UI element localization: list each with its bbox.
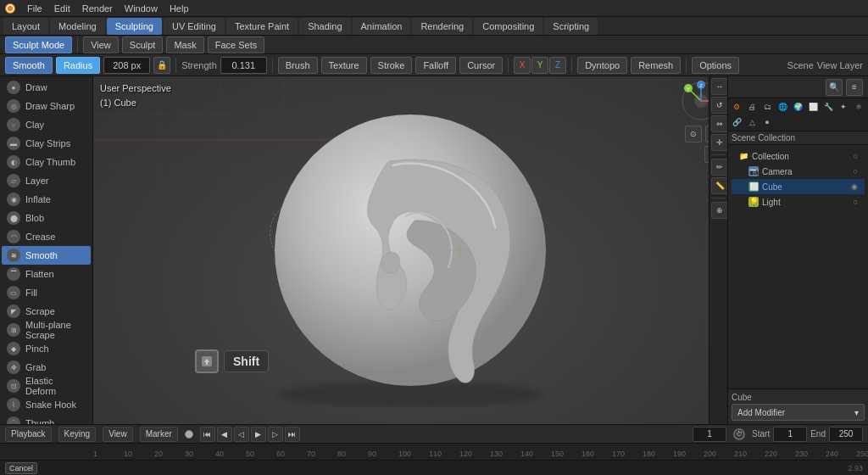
sculpt-btn[interactable]: Sculpt <box>122 36 164 53</box>
brush-item-flatten[interactable]: ▔Flatten <box>2 265 91 283</box>
jump-end-btn[interactable]: ⏭ <box>285 427 300 442</box>
face-sets-btn[interactable]: Face Sets <box>208 36 265 53</box>
brush-item-crease[interactable]: ◠Crease <box>2 227 91 246</box>
keying-btn[interactable]: Keying <box>58 427 97 442</box>
falloff-btn[interactable]: Falloff <box>415 57 456 74</box>
props-output-icon[interactable]: 🖨 <box>745 100 759 114</box>
scale-tool[interactable]: ⇔ <box>711 115 727 132</box>
brush-item-smooth[interactable]: ≋Smooth <box>2 246 91 265</box>
rotate-tool[interactable]: ↺ <box>711 97 727 114</box>
z-axis-btn[interactable]: Z <box>549 57 566 74</box>
menu-help[interactable]: Help <box>164 1 194 16</box>
visibility-toggle[interactable]: ○ <box>854 152 858 160</box>
brush-item-draw-sharp[interactable]: ◎Draw Sharp <box>2 97 91 115</box>
sculpt-mode-btn[interactable]: Sculpt Mode <box>5 36 72 53</box>
brush-item-scrape[interactable]: ◤Scrape <box>2 302 91 321</box>
props-particles-icon[interactable]: ✦ <box>837 100 850 114</box>
radius-lock-icon[interactable]: 🔒 <box>153 57 170 74</box>
remesh-btn[interactable]: Remesh <box>631 57 681 74</box>
tab-uv-editing[interactable]: UV Editing <box>164 18 225 35</box>
visibility-toggle[interactable]: ○ <box>854 198 858 206</box>
props-object-icon[interactable]: ⬜ <box>806 100 820 114</box>
end-frame[interactable]: 250 <box>829 427 863 442</box>
dyntopo-btn[interactable]: Dyntopo <box>577 57 627 74</box>
tab-scripting[interactable]: Scripting <box>544 18 598 35</box>
brush-item-clay[interactable]: ○Clay <box>2 115 91 134</box>
cursor-tool[interactable]: ⊕ <box>711 202 727 219</box>
prev-frame-btn[interactable]: ◀ <box>217 427 232 442</box>
tab-animation[interactable]: Animation <box>353 18 411 35</box>
props-data-icon[interactable]: △ <box>745 115 759 129</box>
tab-modeling[interactable]: Modeling <box>50 18 105 35</box>
visibility-toggle[interactable]: ○ <box>854 167 858 176</box>
brush-item-layer[interactable]: ▱Layer <box>2 171 91 190</box>
stroke-btn[interactable]: Stroke <box>370 57 413 74</box>
props-world-icon[interactable]: 🌍 <box>791 100 804 114</box>
view-btn[interactable]: View <box>103 427 133 442</box>
outliner-item-collection[interactable]: 📁Collection○ <box>732 148 865 164</box>
jump-start-btn[interactable]: ⏮ <box>200 427 215 442</box>
props-material-icon[interactable]: ● <box>760 115 774 129</box>
texture-btn[interactable]: Texture <box>321 57 367 74</box>
brush-btn[interactable]: Brush <box>278 57 318 74</box>
x-axis-btn[interactable]: X <box>514 57 531 74</box>
props-scene-icon[interactable]: 🌐 <box>776 100 789 114</box>
zoom-extents-btn[interactable]: ⊙ <box>685 126 702 142</box>
next-frame-btn[interactable]: ▷ <box>268 427 283 442</box>
brush-item-pinch[interactable]: ◆Pinch <box>2 339 91 358</box>
brush-item-elastic-deform[interactable]: ⊡Elastic Deform <box>2 377 91 395</box>
brush-item-clay-strips[interactable]: ▬Clay Strips <box>2 134 91 153</box>
add-modifier-btn[interactable]: Add Modifier ▾ <box>732 404 865 421</box>
brush-item-multi-plane-scrape[interactable]: ⊞Multi-plane Scrape <box>2 321 91 339</box>
brush-item-inflate[interactable]: ◉Inflate <box>2 190 91 209</box>
annotate-tool[interactable]: ✏ <box>711 159 727 176</box>
outliner-item-cube[interactable]: ⬜Cube◉ <box>732 179 865 194</box>
props-view-layer-icon[interactable]: 🗂 <box>760 100 774 114</box>
strength-input[interactable] <box>220 57 267 74</box>
measure-tool[interactable]: 📏 <box>711 177 727 194</box>
tab-sculpting[interactable]: Sculpting <box>107 18 162 35</box>
props-physics-icon[interactable]: ⚛ <box>852 100 865 114</box>
menu-file[interactable]: File <box>22 1 47 16</box>
play-btn[interactable]: ▶ <box>251 427 266 442</box>
current-frame[interactable]: 1 <box>693 427 726 442</box>
start-frame[interactable]: 1 <box>773 427 807 442</box>
viewport[interactable]: User Perspective (1) Cube X Y Z <box>93 76 727 424</box>
cancel-key[interactable]: Cancel <box>5 462 37 474</box>
tab-texture-paint[interactable]: Texture Paint <box>226 18 298 35</box>
options-btn[interactable]: Options <box>692 57 739 74</box>
view-btn[interactable]: View <box>83 36 119 53</box>
brush-item-fill[interactable]: ▭Fill <box>2 283 91 302</box>
y-axis-btn[interactable]: Y <box>531 57 548 74</box>
brush-item-clay-thumb[interactable]: ◐Clay Thumb <box>2 153 91 171</box>
outliner-item-camera[interactable]: 📷Camera○ <box>732 164 865 179</box>
mask-btn[interactable]: Mask <box>166 36 203 53</box>
visibility-toggle[interactable]: ◉ <box>851 182 858 191</box>
playback-btn[interactable]: Playback <box>5 427 52 442</box>
outliner-item-light[interactable]: 💡Light○ <box>732 194 865 210</box>
props-modifier-icon[interactable]: 🔧 <box>821 100 835 114</box>
tab-shading[interactable]: Shading <box>299 18 350 35</box>
brush-name-btn[interactable]: Smooth <box>5 57 53 74</box>
brush-item-snake-hook[interactable]: ⌇Snake Hook <box>2 395 91 414</box>
menu-edit[interactable]: Edit <box>49 1 75 16</box>
props-menu-btn[interactable]: ≡ <box>846 79 863 96</box>
tab-layout[interactable]: Layout <box>3 18 48 35</box>
props-render-icon[interactable]: ⚙ <box>730 100 743 114</box>
menu-render[interactable]: Render <box>77 1 118 16</box>
tab-rendering[interactable]: Rendering <box>412 18 472 35</box>
brush-item-thumb[interactable]: ⌒Thumb <box>2 414 91 424</box>
play-reverse-btn[interactable]: ◁ <box>234 427 249 442</box>
menu-window[interactable]: Window <box>120 1 163 16</box>
brush-item-draw[interactable]: ●Draw <box>2 78 91 97</box>
move-tool[interactable]: ↔ <box>711 78 727 95</box>
transform-tool[interactable]: ✛ <box>711 134 727 151</box>
cursor-btn[interactable]: Cursor <box>459 57 503 74</box>
brush-item-grab[interactable]: ✥Grab <box>2 358 91 377</box>
radius-input[interactable] <box>103 57 150 74</box>
brush-item-blob[interactable]: ⬤Blob <box>2 209 91 227</box>
tab-compositing[interactable]: Compositing <box>474 18 542 35</box>
props-constraints-icon[interactable]: 🔗 <box>730 115 743 129</box>
props-search-btn[interactable]: 🔍 <box>826 79 843 96</box>
marker-btn[interactable]: Marker <box>140 427 178 442</box>
